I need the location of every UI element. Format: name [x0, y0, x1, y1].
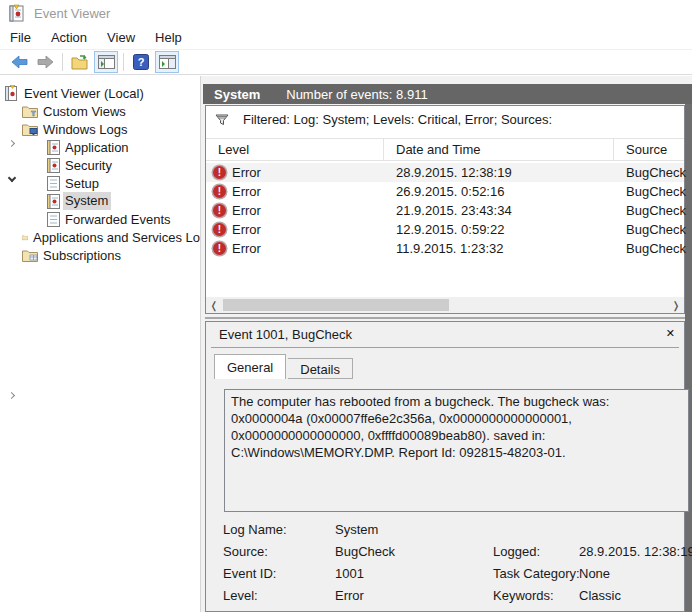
folder-table-icon [22, 249, 38, 262]
chevron-right-icon[interactable] [9, 386, 14, 401]
cell-datetime: 12.9.2015. 0:59:22 [396, 220, 504, 239]
column-header-level[interactable]: Level [206, 139, 384, 160]
error-icon: ! [213, 204, 226, 217]
tree-item-label: Application [65, 140, 129, 155]
cell-source: BugCheck [626, 239, 686, 258]
tab-general[interactable]: General [214, 354, 286, 379]
filter-description: Filtered: Log: System; Levels: Critical,… [243, 112, 552, 127]
tree-item-label: Subscriptions [43, 248, 121, 263]
help-button[interactable]: ? [129, 51, 153, 73]
source-label: Source: [223, 544, 268, 559]
folder-computer-icon [22, 123, 38, 136]
keywords-value: Classic [579, 588, 621, 603]
horizontal-scrollbar[interactable]: ❬ ❭ [206, 297, 684, 313]
detail-divider [211, 347, 679, 348]
table-row[interactable]: !Error 28.9.2015. 12:38:19 BugCheck [206, 163, 684, 182]
tree-item-subscriptions[interactable]: Subscriptions [0, 246, 200, 264]
log-name-label: Log Name: [223, 522, 287, 537]
console-tree: Event Viewer (Local) Custom Views Window… [0, 76, 201, 612]
tree-item-custom-views[interactable]: Custom Views [0, 102, 200, 120]
logged-label: Logged: [493, 544, 540, 559]
pane-splitter[interactable] [205, 317, 685, 319]
log-page-icon [47, 194, 60, 209]
detail-title-row: Event 1001, BugCheck ✕ [206, 322, 684, 347]
scrollbar-thumb[interactable] [223, 299, 449, 311]
menu-action[interactable]: Action [41, 27, 97, 48]
plain-page-icon [47, 176, 60, 191]
window-right-edge [685, 84, 692, 612]
error-icon: ! [213, 223, 226, 236]
column-header-source[interactable]: Source [614, 139, 684, 160]
tree-item-label: Custom Views [43, 104, 126, 119]
event-description-box[interactable]: The computer has rebooted from a bugchec… [224, 389, 689, 512]
results-title: System [214, 87, 260, 102]
tree-item-security[interactable]: Security [0, 156, 200, 174]
log-page-icon [47, 158, 60, 173]
content-area: Event Viewer (Local) Custom Views Window… [0, 76, 692, 612]
table-row[interactable]: !Error 11.9.2015. 1:23:32 BugCheck [206, 239, 684, 258]
tree-item-application[interactable]: Application [0, 138, 200, 156]
tree-item-system[interactable]: System [0, 192, 200, 210]
menu-bar: File Action View Help [0, 26, 692, 50]
cell-source: BugCheck [626, 201, 686, 220]
window-title: Event Viewer [34, 6, 110, 21]
tree-item-setup[interactable]: Setup [0, 174, 200, 192]
table-row[interactable]: !Error 26.9.2015. 0:52:16 BugCheck [206, 182, 684, 201]
toolbar-separator [62, 53, 63, 71]
cell-level: Error [232, 222, 261, 237]
event-id-value: 1001 [335, 566, 364, 581]
level-value: Error [335, 588, 364, 603]
tree-item-label: Event Viewer (Local) [24, 86, 144, 101]
action-pane-toggle-button[interactable] [155, 51, 179, 73]
tree-item-label: Applications and Services Lo [33, 230, 200, 245]
event-viewer-app-icon [9, 4, 26, 22]
folder-icon [22, 231, 28, 244]
cell-level: Error [232, 165, 261, 180]
back-button[interactable] [7, 51, 31, 73]
title-bar: Event Viewer [0, 0, 692, 26]
tree-item-windows-logs[interactable]: Windows Logs [0, 120, 200, 138]
cell-level: Error [232, 203, 261, 218]
toolbar: ? [0, 50, 692, 75]
log-name-value: System [335, 522, 378, 537]
event-viewer-icon [5, 85, 19, 101]
filter-bar: Filtered: Log: System; Levels: Critical,… [206, 106, 684, 133]
detail-tabs: General Details [214, 354, 353, 379]
svg-text:?: ? [138, 56, 145, 68]
console-tree-toggle-button[interactable] [94, 51, 118, 73]
column-header-date-time[interactable]: Date and Time [384, 139, 614, 160]
tree-item-label: Forwarded Events [65, 212, 171, 227]
cell-source: BugCheck [626, 163, 686, 182]
detail-title: Event 1001, BugCheck [219, 327, 352, 342]
level-label: Level: [223, 588, 258, 603]
cell-datetime: 28.9.2015. 12:38:19 [396, 163, 512, 182]
scroll-left-icon[interactable]: ❬ [206, 297, 222, 313]
menu-view[interactable]: View [97, 27, 145, 48]
logged-value: 28.9.2015. 12:38:19 [579, 544, 692, 559]
forward-button[interactable] [33, 51, 57, 73]
tree-item-forwarded-events[interactable]: Forwarded Events [0, 210, 200, 228]
menu-help[interactable]: Help [145, 27, 192, 48]
event-detail-panel: Event 1001, BugCheck ✕ General Details T… [205, 321, 685, 612]
cell-level: Error [232, 241, 261, 256]
tree-item-applications-services[interactable]: Applications and Services Lo [0, 228, 200, 246]
table-row[interactable]: !Error 12.9.2015. 0:59:22 BugCheck [206, 220, 684, 239]
close-icon[interactable]: ✕ [666, 327, 675, 340]
error-icon: ! [213, 166, 226, 179]
log-page-icon [47, 140, 60, 155]
toolbar-separator [123, 53, 124, 71]
cell-datetime: 21.9.2015. 23:43:34 [396, 201, 512, 220]
cell-datetime: 26.9.2015. 0:52:16 [396, 182, 504, 201]
event-viewer-window: Event Viewer File Action View Help [0, 0, 692, 612]
scroll-right-icon[interactable]: ❭ [668, 297, 684, 313]
tree-item-event-viewer-local[interactable]: Event Viewer (Local) [0, 84, 200, 102]
tab-details[interactable]: Details [288, 358, 353, 379]
tree-item-label: Setup [65, 176, 99, 191]
error-icon: ! [213, 185, 226, 198]
menu-file[interactable]: File [0, 27, 41, 48]
open-saved-log-button[interactable] [68, 51, 92, 73]
table-row[interactable]: !Error 21.9.2015. 23:43:34 BugCheck [206, 201, 684, 220]
folder-open-icon [71, 55, 89, 70]
results-event-count: Number of events: 8.911 [286, 87, 427, 102]
cell-source: BugCheck [626, 220, 686, 239]
